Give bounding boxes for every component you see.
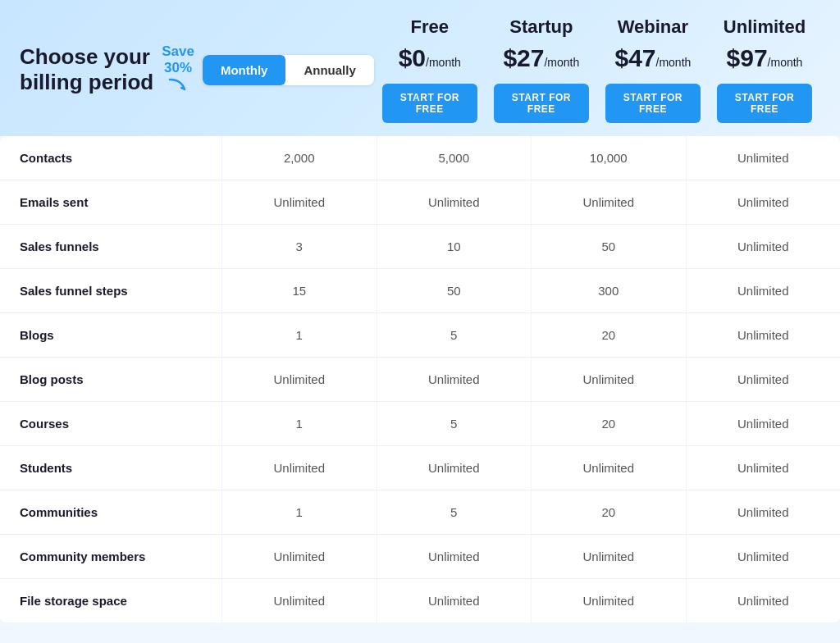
feature-value: Unlimited — [221, 535, 377, 578]
table-row: Contacts2,0005,00010,000Unlimited — [0, 136, 840, 180]
feature-value: 10,000 — [531, 136, 686, 180]
feature-value: Unlimited — [686, 535, 841, 578]
plan-header-free: Free $0/month START FOR FREE — [374, 16, 486, 123]
arrow-icon — [167, 78, 189, 96]
plan-header-startup: Startup $27/month START FOR FREE — [486, 16, 597, 123]
table-row: Sales funnels31050Unlimited — [0, 225, 840, 269]
feature-value: 10 — [377, 225, 532, 268]
save-badge: Save30% — [162, 43, 194, 95]
feature-value: Unlimited — [686, 180, 841, 224]
feature-value: Unlimited — [686, 269, 841, 312]
feature-value: Unlimited — [686, 446, 841, 490]
save-text: Save30% — [162, 43, 194, 75]
features-table: Contacts2,0005,00010,000UnlimitedEmails … — [0, 136, 840, 622]
plan-header-unlimited: Unlimited $97/month START FOR FREE — [709, 16, 820, 123]
feature-value: Unlimited — [221, 358, 377, 401]
feature-value: Unlimited — [686, 402, 841, 445]
feature-value: Unlimited — [531, 446, 686, 490]
feature-value: 20 — [531, 313, 686, 357]
table-row: StudentsUnlimitedUnlimitedUnlimitedUnlim… — [0, 446, 840, 490]
feature-value: 1 — [221, 313, 377, 357]
feature-value: 15 — [221, 269, 377, 312]
feature-value: Unlimited — [531, 535, 686, 578]
plan-name-startup: Startup — [494, 16, 589, 38]
feature-value: Unlimited — [377, 358, 532, 401]
feature-name: File storage space — [0, 579, 221, 622]
feature-value: 5 — [377, 490, 532, 534]
feature-name: Sales funnel steps — [0, 269, 221, 312]
feature-name: Emails sent — [0, 180, 221, 224]
feature-value: Unlimited — [377, 535, 532, 578]
feature-value: 5 — [377, 402, 532, 445]
plan-price-startup: $27/month — [494, 44, 589, 72]
table-row: Communities1520Unlimited — [0, 490, 840, 535]
feature-value: Unlimited — [221, 579, 377, 622]
feature-value: Unlimited — [686, 313, 841, 357]
feature-value: 20 — [531, 402, 686, 445]
feature-value: Unlimited — [686, 136, 841, 180]
feature-value: 1 — [221, 490, 377, 534]
feature-name: Community members — [0, 535, 221, 578]
feature-name: Communities — [0, 490, 221, 534]
feature-value: 50 — [377, 269, 532, 312]
table-row: Blog postsUnlimitedUnlimitedUnlimitedUnl… — [0, 358, 840, 402]
feature-value: Unlimited — [377, 446, 532, 490]
feature-name: Blogs — [0, 313, 221, 357]
feature-value: 2,000 — [221, 136, 377, 180]
table-row: Blogs1520Unlimited — [0, 313, 840, 358]
feature-name: Sales funnels — [0, 225, 221, 268]
start-free-button[interactable]: START FOR FREE — [382, 84, 477, 123]
feature-value: 5 — [377, 313, 532, 357]
feature-value: 1 — [221, 402, 377, 445]
feature-name: Courses — [0, 402, 221, 445]
feature-value: Unlimited — [377, 180, 532, 224]
plan-header-webinar: Webinar $47/month START FOR FREE — [597, 16, 709, 123]
feature-value: Unlimited — [377, 579, 532, 622]
plan-name-free: Free — [382, 16, 477, 38]
start-startup-button[interactable]: START FOR FREE — [494, 84, 589, 123]
feature-value: Unlimited — [531, 358, 686, 401]
feature-value: Unlimited — [686, 490, 841, 534]
feature-value: Unlimited — [686, 579, 841, 622]
feature-value: Unlimited — [686, 358, 841, 401]
feature-value: Unlimited — [531, 180, 686, 224]
table-row: File storage spaceUnlimitedUnlimitedUnli… — [0, 579, 840, 622]
feature-value: 300 — [531, 269, 686, 312]
table-row: Emails sentUnlimitedUnlimitedUnlimitedUn… — [0, 180, 840, 225]
feature-value: 20 — [531, 490, 686, 534]
plan-name-webinar: Webinar — [605, 16, 701, 38]
feature-value: 5,000 — [377, 136, 532, 180]
billing-toggle[interactable]: Monthly Annually — [203, 55, 374, 85]
feature-value: Unlimited — [221, 446, 377, 490]
feature-name: Contacts — [0, 136, 221, 180]
feature-value: Unlimited — [221, 180, 377, 224]
start-unlimited-button[interactable]: START FOR FREE — [717, 84, 812, 123]
feature-value: 3 — [221, 225, 377, 268]
feature-name: Students — [0, 446, 221, 490]
feature-value: Unlimited — [531, 579, 686, 622]
start-webinar-button[interactable]: START FOR FREE — [605, 84, 701, 123]
plan-price-webinar: $47/month — [605, 44, 701, 72]
billing-label: Choose your billing period — [20, 44, 153, 95]
monthly-toggle[interactable]: Monthly — [203, 55, 286, 85]
table-row: Sales funnel steps1550300Unlimited — [0, 269, 840, 313]
plan-name-unlimited: Unlimited — [717, 16, 812, 38]
feature-name: Blog posts — [0, 358, 221, 401]
plan-price-unlimited: $97/month — [717, 44, 812, 72]
table-row: Courses1520Unlimited — [0, 402, 840, 446]
plan-price-free: $0/month — [382, 44, 477, 72]
feature-value: 50 — [531, 225, 686, 268]
feature-value: Unlimited — [686, 225, 841, 268]
table-row: Community membersUnlimitedUnlimitedUnlim… — [0, 535, 840, 579]
annually-toggle[interactable]: Annually — [285, 55, 373, 85]
